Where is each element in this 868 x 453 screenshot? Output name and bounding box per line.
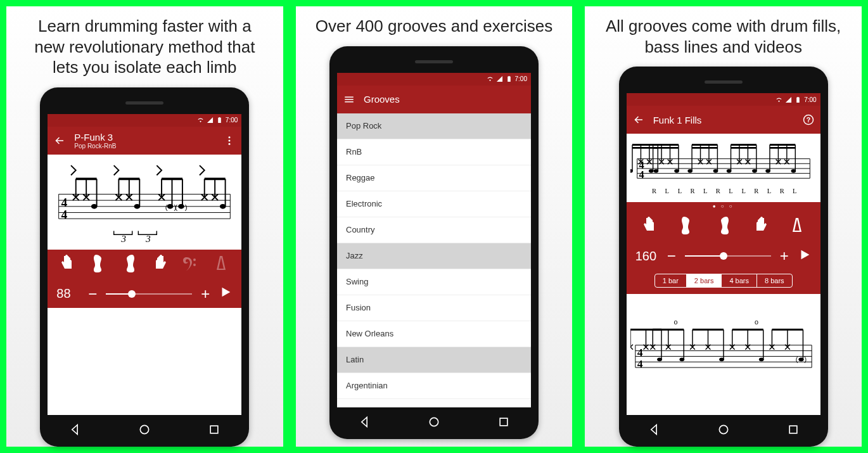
svg-text:L: L (793, 188, 796, 195)
groove-category-item[interactable]: RnB (337, 139, 531, 165)
bars-segmented-control[interactable]: 1 bar2 bars4 bars8 bars (654, 274, 793, 288)
bars-option[interactable]: 2 bars (687, 274, 722, 287)
left-foot-icon[interactable] (679, 217, 695, 237)
svg-text:L: L (729, 188, 732, 195)
right-hand-icon[interactable] (752, 217, 769, 237)
svg-text:R: R (652, 188, 657, 195)
promo-panel-3: All grooves come with drum fills, bass l… (585, 6, 862, 447)
caption-3: All grooves come with drum fills, bass l… (604, 16, 843, 57)
svg-point-1 (229, 139, 231, 141)
groove-category-item[interactable]: Argentinian (337, 373, 531, 399)
svg-text:4: 4 (61, 195, 68, 208)
status-time: 7:00 (226, 117, 238, 124)
android-nav-bar (40, 421, 249, 440)
tempo-plus-button[interactable]: + (201, 285, 210, 303)
right-hand-icon[interactable] (151, 255, 168, 275)
svg-point-25 (178, 203, 184, 208)
nav-recent-icon[interactable] (497, 416, 510, 431)
svg-text:): ) (804, 355, 807, 363)
groove-category-item[interactable]: New Orleans (337, 321, 531, 347)
tempo-minus-button[interactable]: − (667, 247, 676, 265)
right-foot-icon[interactable] (715, 217, 732, 237)
nav-back-icon[interactable] (68, 423, 81, 438)
limb-selector-row (627, 212, 820, 242)
groove-category-item[interactable]: Fusion (337, 295, 531, 321)
phone-frame-2: 7:00 Grooves Pop RockRnBReggaeElectronic… (329, 46, 539, 439)
left-foot-icon[interactable] (91, 255, 107, 275)
overflow-menu-button[interactable] (224, 135, 235, 146)
screen-subtitle: Pop Rock-RnB (74, 143, 215, 150)
nav-back-icon[interactable] (358, 416, 371, 431)
help-button[interactable]: ? (803, 114, 814, 125)
screen-title: Grooves (364, 94, 525, 105)
svg-text:L: L (741, 188, 745, 195)
groove-category-item[interactable]: Reggae (337, 165, 531, 191)
svg-text:4: 4 (639, 169, 644, 181)
android-nav-bar (329, 414, 539, 433)
svg-text:L: L (703, 188, 707, 195)
play-button[interactable] (798, 248, 812, 265)
tempo-slider[interactable] (685, 255, 771, 257)
tempo-controls: 160 − + (627, 242, 820, 270)
tempo-minus-button[interactable]: − (88, 285, 97, 303)
groove-category-item[interactable]: Swing (337, 269, 531, 295)
hamburger-menu-button[interactable] (343, 94, 355, 105)
svg-point-95 (657, 357, 662, 361)
svg-point-97 (798, 357, 803, 361)
wifi-icon (487, 75, 494, 82)
svg-point-0 (229, 136, 231, 138)
right-foot-icon[interactable] (121, 255, 137, 275)
svg-text:L: L (767, 188, 770, 195)
app-bar-2: Grooves (337, 86, 531, 113)
bars-option[interactable]: 4 bars (722, 274, 757, 287)
bars-option[interactable]: 1 bar (655, 274, 687, 287)
groove-category-item[interactable]: Country (337, 217, 531, 243)
metronome-icon[interactable] (789, 217, 805, 237)
bars-option[interactable]: 8 bars (757, 274, 792, 287)
left-hand-icon[interactable] (642, 217, 658, 237)
drum-notation-fill: oo 4 4 (627, 294, 820, 415)
caption-1: Learn drumming faster with a new revolut… (25, 16, 264, 78)
caption-2: Over 400 grooves and exercises (316, 16, 552, 37)
tempo-plus-button[interactable]: + (780, 247, 789, 265)
nav-home-icon[interactable] (428, 416, 440, 431)
groove-category-item[interactable]: Jazz (337, 243, 531, 269)
tempo-slider[interactable] (106, 293, 192, 295)
svg-rect-48 (500, 418, 507, 426)
groove-category-item[interactable]: Latin (337, 347, 531, 373)
svg-text:(: ( (795, 355, 798, 363)
play-button[interactable] (219, 285, 233, 302)
wifi-icon (775, 96, 782, 103)
nav-back-icon[interactable] (648, 423, 660, 438)
status-time: 7:00 (804, 96, 816, 103)
status-bar: 7:00 (627, 93, 820, 106)
nav-recent-icon[interactable] (787, 423, 800, 438)
drum-notation-groove: 4 4 (627, 134, 820, 202)
groove-category-item[interactable]: Pop Rock (337, 113, 531, 139)
svg-text:3: 3 (145, 233, 151, 243)
back-button[interactable] (54, 135, 65, 146)
nav-home-icon[interactable] (138, 423, 151, 438)
app-bar-3: Funk 1 Fills ? (627, 106, 820, 134)
metronome-icon[interactable] (213, 255, 229, 275)
svg-text:4: 4 (61, 208, 68, 221)
svg-point-45 (141, 425, 149, 433)
signal-icon (785, 96, 792, 103)
phone-frame-1: 7:00 P-Funk 3 Pop Rock-RnB (40, 87, 249, 447)
page-indicator: ● ○ ○ (627, 202, 820, 212)
bars-segment-row: 1 bar2 bars4 bars8 bars (627, 270, 820, 294)
nav-recent-icon[interactable] (208, 423, 220, 438)
nav-home-icon[interactable] (717, 423, 730, 438)
bass-clef-icon[interactable] (182, 255, 199, 275)
left-hand-icon[interactable] (60, 255, 76, 275)
svg-text:L: L (665, 188, 668, 195)
app-bar-1: P-Funk 3 Pop Rock-RnB (48, 127, 241, 155)
svg-text:3: 3 (121, 233, 127, 243)
svg-rect-100 (789, 426, 797, 433)
groove-category-item[interactable]: Electronic (337, 191, 531, 217)
tempo-value: 160 (635, 249, 658, 264)
phone-frame-3: 7:00 Funk 1 Fills ? (619, 67, 828, 447)
svg-text:L: L (677, 188, 681, 195)
svg-text:?: ? (806, 116, 810, 124)
back-button[interactable] (633, 114, 644, 125)
